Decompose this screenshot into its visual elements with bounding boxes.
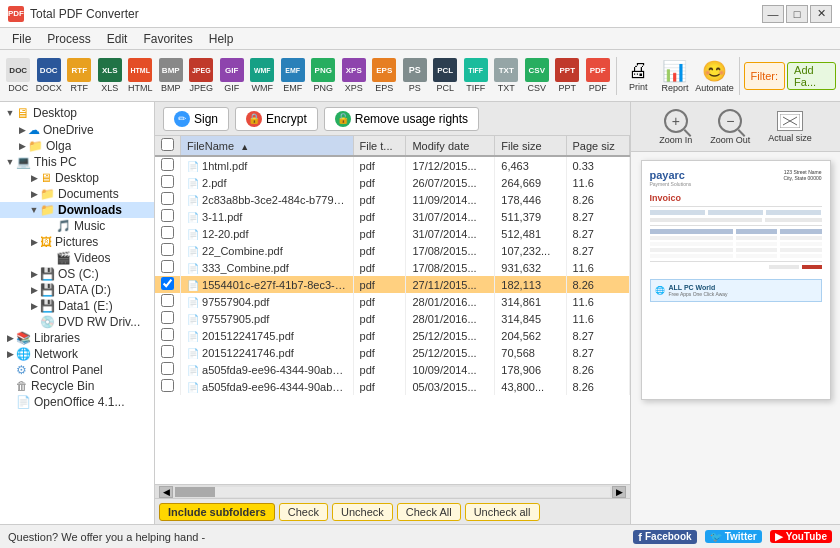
scrollbar-thumb[interactable] (175, 487, 215, 497)
format-csv-button[interactable]: CSV CSV (523, 54, 552, 98)
format-xps-button[interactable]: XPS XPS (340, 54, 369, 98)
format-doc-button[interactable]: DOC DOC (4, 54, 33, 98)
zoom-out-button[interactable]: − Zoom Out (705, 106, 755, 148)
scroll-left[interactable]: ◀ (159, 486, 173, 498)
sidebar-item-osc[interactable]: ▶ 💾 OS (C:) (0, 266, 154, 282)
table-row[interactable]: 📄 12-20.pdf pdf 31/07/2014... 512,481 8.… (155, 225, 630, 242)
twitter-button[interactable]: 🐦 Twitter (705, 530, 762, 543)
check-all-button[interactable]: Check All (397, 503, 461, 521)
menu-file[interactable]: File (4, 30, 39, 48)
format-xls-button[interactable]: XLS XLS (96, 54, 125, 98)
expand-arrow[interactable]: ▼ (4, 108, 16, 118)
table-row[interactable]: 📄 201512241746.pdf pdf 25/12/2015... 70,… (155, 344, 630, 361)
format-jpeg-button[interactable]: JPEG JPEG (187, 54, 216, 98)
horizontal-scrollbar[interactable]: ◀ ▶ (155, 484, 630, 498)
col-checkbox[interactable] (155, 136, 181, 156)
sidebar-item-recyclebin[interactable]: 🗑 Recycle Bin (0, 378, 154, 394)
expand-arrow[interactable]: ▶ (28, 269, 40, 279)
sidebar-item-dvdrw[interactable]: 💿 DVD RW Driv... (0, 314, 154, 330)
table-row[interactable]: 📄 3-11.pdf pdf 31/07/2014... 511,379 8.2… (155, 208, 630, 225)
table-row[interactable]: 📄 a505fda9-ee96-4344-90ab-8... pdf 10/09… (155, 361, 630, 378)
format-ps-button[interactable]: PS PS (401, 54, 430, 98)
sidebar-item-datad[interactable]: ▶ 💾 DATA (D:) (0, 282, 154, 298)
scroll-right[interactable]: ▶ (612, 486, 626, 498)
format-ppt-button[interactable]: PPT PPT (553, 54, 582, 98)
sidebar-item-libraries[interactable]: ▶ 📚 Libraries (0, 330, 154, 346)
format-html-button[interactable]: HTML HTML (126, 54, 155, 98)
table-row[interactable]: 📄 333_Combine.pdf pdf 17/08/2015... 931,… (155, 259, 630, 276)
sidebar-item-pictures[interactable]: ▶ 🖼 Pictures (0, 234, 154, 250)
sidebar-item-music[interactable]: 🎵 Music (0, 218, 154, 234)
menu-help[interactable]: Help (201, 30, 242, 48)
row-checkbox[interactable] (161, 311, 174, 324)
format-wmf-button[interactable]: WMF WMF (248, 54, 277, 98)
select-all-checkbox[interactable] (161, 138, 174, 151)
col-filename[interactable]: FileName ▲ (181, 136, 354, 156)
zoom-in-button[interactable]: + Zoom In (654, 106, 697, 148)
sidebar-item-controlpanel[interactable]: ⚙ Control Panel (0, 362, 154, 378)
table-row[interactable]: 📄 97557905.pdf pdf 28/01/2016... 314,845… (155, 310, 630, 327)
sidebar-item-videos[interactable]: 🎬 Videos (0, 250, 154, 266)
col-filesize[interactable]: File size (495, 136, 566, 156)
table-row[interactable]: 📄 1554401c-e27f-41b7-8ec3-ae... pdf 27/1… (155, 276, 630, 293)
actual-size-button[interactable]: Actual size (763, 108, 817, 146)
sidebar-item-desktop-root[interactable]: ▼ 🖥 Desktop (0, 104, 154, 122)
col-pagesize[interactable]: Page siz (566, 136, 630, 156)
expand-arrow[interactable]: ▶ (28, 237, 40, 247)
expand-arrow[interactable]: ▶ (28, 173, 40, 183)
table-row[interactable]: 📄 2c83a8bb-3ce2-484c-b779-b... pdf 11/09… (155, 191, 630, 208)
table-row[interactable]: 📄 97557904.pdf pdf 28/01/2016... 314,861… (155, 293, 630, 310)
sign-button[interactable]: ✏ Sign (163, 107, 229, 131)
row-checkbox[interactable] (161, 209, 174, 222)
file-table[interactable]: FileName ▲ File t... Modify date File si… (155, 136, 630, 484)
expand-arrow[interactable]: ▼ (28, 205, 40, 215)
menu-process[interactable]: Process (39, 30, 98, 48)
uncheck-all-button[interactable]: Uncheck all (465, 503, 540, 521)
format-gif-button[interactable]: GIF GIF (218, 54, 247, 98)
row-checkbox[interactable] (161, 158, 174, 171)
expand-arrow[interactable]: ▶ (16, 125, 28, 135)
filter-button[interactable]: Filter: (744, 62, 786, 90)
row-checkbox[interactable] (161, 175, 174, 188)
maximize-button[interactable]: □ (786, 5, 808, 23)
col-modifydate[interactable]: Modify date (406, 136, 495, 156)
close-button[interactable]: ✕ (810, 5, 832, 23)
row-checkbox[interactable] (161, 226, 174, 239)
expand-arrow[interactable]: ▶ (28, 285, 40, 295)
expand-arrow[interactable]: ▶ (4, 333, 16, 343)
row-checkbox[interactable] (161, 277, 174, 290)
menu-favorites[interactable]: Favorites (135, 30, 200, 48)
row-checkbox[interactable] (161, 192, 174, 205)
encrypt-button[interactable]: 🔒 Encrypt (235, 107, 318, 131)
minimize-button[interactable]: — (762, 5, 784, 23)
format-rtf-button[interactable]: RTF RTF (65, 54, 94, 98)
sidebar-item-desktop-sub[interactable]: ▶ 🖥 Desktop (0, 170, 154, 186)
sidebar-item-documents[interactable]: ▶ 📁 Documents (0, 186, 154, 202)
sidebar-item-data1e[interactable]: ▶ 💾 Data1 (E:) (0, 298, 154, 314)
row-checkbox[interactable] (161, 243, 174, 256)
format-emf-button[interactable]: EMF EMF (279, 54, 308, 98)
menu-edit[interactable]: Edit (99, 30, 136, 48)
table-row[interactable]: 📄 2.pdf pdf 26/07/2015... 264,669 11.6 (155, 174, 630, 191)
sidebar-item-openoffice[interactable]: 📄 OpenOffice 4.1... (0, 394, 154, 410)
col-filetype[interactable]: File t... (353, 136, 406, 156)
table-row[interactable]: 📄 a505fda9-ee96-4344-90ab-8... pdf 05/03… (155, 378, 630, 395)
format-png-button[interactable]: PNG PNG (309, 54, 338, 98)
print-button[interactable]: 🖨 Print (621, 54, 656, 98)
expand-arrow[interactable]: ▶ (16, 141, 28, 151)
uncheck-button[interactable]: Uncheck (332, 503, 393, 521)
format-bmp-button[interactable]: BMP BMP (157, 54, 186, 98)
include-subfolders-button[interactable]: Include subfolders (159, 503, 275, 521)
youtube-button[interactable]: ▶ YouTube (770, 530, 832, 543)
row-checkbox[interactable] (161, 294, 174, 307)
add-favorites-button[interactable]: Add Fa... (787, 62, 836, 90)
row-checkbox[interactable] (161, 362, 174, 375)
sidebar-item-onedrive[interactable]: ▶ ☁ OneDrive (0, 122, 154, 138)
sidebar-item-olga[interactable]: ▶ 📁 Olga (0, 138, 154, 154)
expand-arrow[interactable]: ▶ (4, 349, 16, 359)
table-row[interactable]: 📄 1html.pdf pdf 17/12/2015... 6,463 0.33 (155, 156, 630, 174)
format-eps-button[interactable]: EPS EPS (370, 54, 399, 98)
format-docx-button[interactable]: DOC DOCX (35, 54, 64, 98)
expand-arrow[interactable]: ▶ (28, 301, 40, 311)
format-pcl-button[interactable]: PCL PCL (431, 54, 460, 98)
